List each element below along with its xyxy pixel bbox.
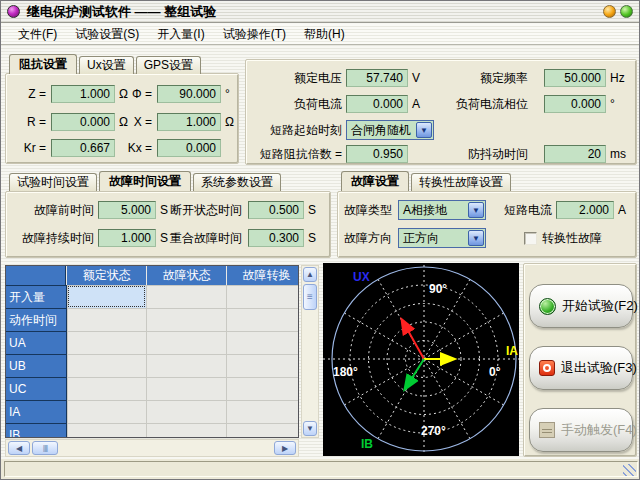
table-cell[interactable] <box>146 331 226 354</box>
table-row: IB <box>6 423 299 438</box>
load-phase-unit: ° <box>610 97 615 111</box>
table-cell[interactable] <box>146 400 226 423</box>
table-cell[interactable] <box>226 354 299 377</box>
reclose-fault-time-unit: S <box>308 231 316 245</box>
table-cell[interactable] <box>67 377 147 400</box>
table-cell[interactable] <box>146 354 226 377</box>
rated-frequency-input[interactable]: 50.000 <box>544 69 606 87</box>
short-current-input[interactable]: 2.000 <box>556 201 614 219</box>
row-header: UB <box>6 354 67 377</box>
menu-help[interactable]: 帮助(H) <box>295 24 354 45</box>
column-header-fault-state[interactable]: 故障状态 <box>146 266 226 285</box>
vertical-scroll-thumb[interactable] <box>303 284 317 310</box>
scroll-right-icon[interactable] <box>274 441 296 455</box>
kr-label: Kr = <box>14 141 46 155</box>
start-test-button[interactable]: 开始试验(F2) <box>529 284 633 328</box>
short-start-select[interactable]: 合闸角随机 <box>346 120 434 140</box>
resize-grip-icon[interactable] <box>623 464 636 476</box>
fault-duration-input[interactable]: 1.000 <box>98 229 156 247</box>
column-header-fault-convert[interactable]: 故障转换 <box>226 266 299 285</box>
fault-direction-select[interactable]: 正方向 <box>398 228 486 248</box>
exit-test-button[interactable]: 退出试验(F3) <box>529 346 633 390</box>
table-cell[interactable] <box>146 308 226 331</box>
table-cell[interactable] <box>226 331 299 354</box>
close-button[interactable] <box>620 5 633 18</box>
tab-convert-fault-settings[interactable]: 转换性故障设置 <box>411 173 511 191</box>
debounce-input[interactable]: 20 <box>544 145 606 163</box>
x-unit: Ω <box>225 115 234 129</box>
load-phase-input[interactable]: 0.000 <box>544 95 606 113</box>
phasor-label-ib: IB <box>361 437 373 451</box>
status-bar <box>1 459 640 480</box>
z-input[interactable]: 1.000 <box>51 85 115 103</box>
tab-system-param-settings[interactable]: 系统参数设置 <box>193 173 281 191</box>
menu-bar: 文件(F) 试验设置(S) 开入量(I) 试验操作(T) 帮助(H) <box>1 24 639 45</box>
table-cell[interactable] <box>226 423 299 438</box>
table-cell[interactable] <box>67 400 147 423</box>
x-input[interactable]: 1.000 <box>157 113 221 131</box>
table-cell[interactable] <box>226 308 299 331</box>
table-cell[interactable] <box>146 285 226 308</box>
tab-gps-settings[interactable]: GPS设置 <box>136 56 201 74</box>
chevron-down-icon[interactable] <box>416 122 432 138</box>
scroll-left-icon[interactable] <box>8 441 30 455</box>
vertical-scrollbar[interactable] <box>301 265 319 438</box>
reclose-fault-time-input[interactable]: 0.300 <box>248 229 304 247</box>
window-title: 继电保护测试软件 —— 整组试验 <box>27 3 216 21</box>
tab-test-time-settings[interactable]: 试验时间设置 <box>9 173 97 191</box>
manual-trigger-button[interactable]: 手动触发(F4) <box>529 408 633 452</box>
table-cell[interactable] <box>226 400 299 423</box>
table-cell[interactable] <box>226 285 299 308</box>
column-header-rated-state[interactable]: 额定状态 <box>66 266 146 285</box>
convert-fault-label: 转换性故障 <box>542 230 602 247</box>
convert-fault-checkbox[interactable] <box>524 232 537 245</box>
table-row: 动作时间 <box>6 308 299 331</box>
chevron-down-icon[interactable] <box>468 230 484 246</box>
chevron-down-icon[interactable] <box>468 202 484 218</box>
table-cell[interactable] <box>67 308 147 331</box>
phasor-label-0: 0° <box>489 365 501 379</box>
load-current-input[interactable]: 0.000 <box>346 95 408 113</box>
title-bar: 继电保护测试软件 —— 整组试验 <box>1 1 639 23</box>
short-start-label: 短路起始时刻 <box>248 122 342 139</box>
fault-type-select[interactable]: A相接地 <box>398 200 486 220</box>
phasor-label-90: 90° <box>429 282 447 296</box>
kr-input[interactable]: 0.667 <box>51 139 115 157</box>
table-cell[interactable] <box>146 377 226 400</box>
kx-input[interactable]: 0.000 <box>157 139 221 157</box>
tab-fault-time-settings[interactable]: 故障时间设置 <box>99 171 191 191</box>
scroll-down-icon[interactable] <box>303 421 317 436</box>
menu-test-settings[interactable]: 试验设置(S) <box>66 24 148 45</box>
phasor-label-ux: UX <box>353 270 370 284</box>
tab-impedance-settings[interactable]: 阻抗设置 <box>9 54 77 74</box>
table-cell[interactable] <box>226 377 299 400</box>
menu-test-operation[interactable]: 试验操作(T) <box>214 24 295 45</box>
table-cell[interactable] <box>67 331 147 354</box>
open-state-time-input[interactable]: 0.500 <box>248 201 304 219</box>
minimize-button[interactable] <box>603 5 616 18</box>
tab-fault-settings[interactable]: 故障设置 <box>341 171 409 191</box>
table-cell[interactable] <box>67 354 147 377</box>
status-panel <box>4 461 638 477</box>
pre-fault-time-input[interactable]: 5.000 <box>98 201 156 219</box>
horizontal-scrollbar[interactable] <box>5 439 299 457</box>
menu-input-quantity[interactable]: 开入量(I) <box>148 24 213 45</box>
row-header: 动作时间 <box>6 308 67 331</box>
fault-duration-label: 故障持续时间 <box>10 230 94 247</box>
rated-voltage-input[interactable]: 57.740 <box>346 69 408 87</box>
rated-frequency-unit: Hz <box>610 71 625 85</box>
table-cell[interactable] <box>67 423 147 438</box>
tab-ux-settings[interactable]: Ux设置 <box>79 56 134 74</box>
menu-file[interactable]: 文件(F) <box>9 24 66 45</box>
r-input[interactable]: 0.000 <box>51 113 115 131</box>
table-cell-selected[interactable] <box>67 285 147 308</box>
fault-panel: 故障类型 A相接地 短路电流 2.000 A 故障方向 正方向 转换性故障 <box>337 191 637 258</box>
phasor-label-180: 180° <box>333 365 358 379</box>
horizontal-scroll-thumb[interactable] <box>32 441 58 455</box>
x-label: X = <box>118 115 152 129</box>
table-cell[interactable] <box>146 423 226 438</box>
phi-input[interactable]: 90.000 <box>157 85 221 103</box>
scroll-up-icon[interactable] <box>303 267 317 282</box>
z-multiple-input[interactable]: 0.950 <box>346 145 408 163</box>
short-current-unit: A <box>618 203 626 217</box>
